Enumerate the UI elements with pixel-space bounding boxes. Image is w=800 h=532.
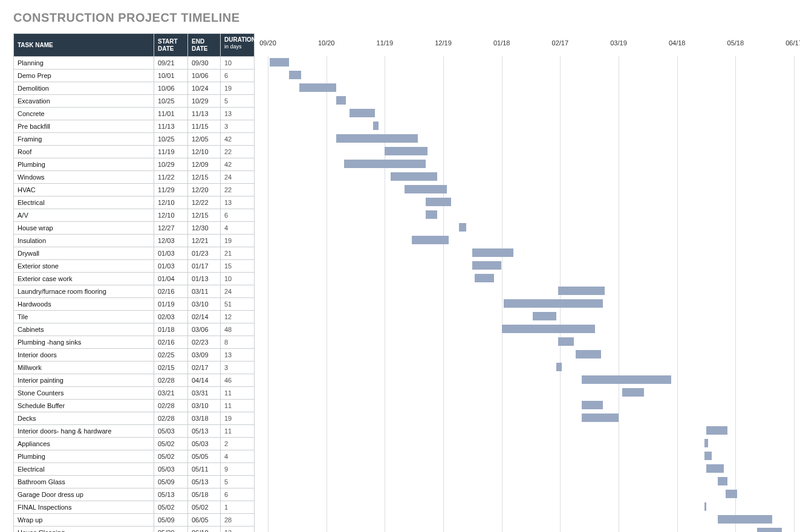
gantt-row: [268, 272, 794, 285]
task-table-head: TASK NAME START DATE END DATE DURATION i…: [14, 34, 255, 57]
gantt-bar: [426, 210, 437, 219]
cell-end-date: 12/10: [188, 146, 221, 158]
cell-end-date: 03/31: [188, 387, 221, 400]
cell-start-date: 10/25: [154, 133, 188, 146]
cell-duration: 51: [221, 298, 255, 311]
table-row: Millwork02/1502/173: [14, 362, 255, 374]
table-row: Roof11/1912/1022: [14, 146, 255, 158]
axis-tick-label: 09/20: [259, 39, 276, 47]
table-row: House Cleaning05/2906/1013: [14, 527, 255, 533]
gantt-row: [268, 107, 794, 120]
cell-task-name: Drywall: [14, 247, 154, 260]
gantt-row: [268, 69, 794, 82]
gantt-bar: [385, 147, 428, 155]
cell-end-date: 06/10: [188, 527, 221, 533]
gantt-row: [268, 120, 794, 132]
cell-task-name: Framing: [14, 133, 154, 146]
cell-duration: 6: [221, 209, 255, 222]
cell-start-date: 02/16: [154, 336, 188, 349]
gantt-row: [268, 424, 794, 437]
gantt-axis: 09/2010/2011/1912/1901/1802/1703/1904/18…: [268, 33, 794, 56]
gantt-row: [268, 501, 794, 513]
gantt-bar: [718, 477, 727, 485]
cell-start-date: 02/28: [154, 412, 188, 425]
cell-task-name: Cabinets: [14, 323, 154, 336]
gantt-bar: [706, 426, 727, 435]
gantt-bar: [412, 236, 449, 244]
cell-duration: 19: [221, 82, 255, 95]
cell-start-date: 11/29: [154, 184, 188, 196]
cell-task-name: Stone Counters: [14, 387, 154, 400]
gantt-row: [268, 196, 794, 209]
gantt-row: [268, 488, 794, 501]
gantt-row: [268, 374, 794, 386]
gantt-row: [268, 386, 794, 399]
cell-start-date: 01/19: [154, 298, 188, 311]
axis-tick-label: 11/19: [377, 39, 394, 47]
cell-start-date: 11/13: [154, 120, 188, 133]
cell-end-date: 01/17: [188, 260, 221, 273]
cell-task-name: Millwork: [14, 362, 154, 374]
gantt-bar: [344, 160, 426, 168]
cell-end-date: 05/02: [188, 501, 221, 514]
gantt-bar: [706, 464, 724, 473]
gantt-bar: [757, 528, 782, 532]
table-row: Stone Counters03/2103/3111: [14, 387, 255, 400]
gantt-bar: [350, 109, 375, 117]
cell-end-date: 12/21: [188, 235, 221, 247]
table-row: Pre backfill11/1311/153: [14, 120, 255, 133]
cell-duration: 42: [221, 133, 255, 146]
gantt-row: [268, 285, 794, 297]
cell-task-name: Roof: [14, 146, 154, 158]
cell-duration: 6: [221, 488, 255, 501]
cell-task-name: Plumbing: [14, 450, 154, 463]
cell-task-name: A/V: [14, 209, 154, 222]
cell-task-name: Electrical: [14, 196, 154, 209]
cell-duration: 3: [221, 120, 255, 133]
cell-task-name: Insulation: [14, 235, 154, 247]
cell-duration: 46: [221, 374, 255, 387]
axis-tick-label: 02/17: [552, 39, 569, 47]
table-row: Demo Prep10/0110/066: [14, 70, 255, 82]
table-row: Tile02/0302/1412: [14, 311, 255, 323]
cell-task-name: Interior doors- hang & hardware: [14, 425, 154, 438]
table-row: Schedule Buffer02/2803/1011: [14, 400, 255, 412]
gantt-row: [268, 399, 794, 412]
col-duration-sub: in days: [224, 44, 250, 50]
cell-end-date: 10/24: [188, 82, 221, 95]
cell-end-date: 09/30: [188, 57, 221, 70]
cell-duration: 1: [221, 501, 255, 514]
cell-duration: 22: [221, 146, 255, 158]
gantt-row: [268, 323, 794, 336]
cell-duration: 6: [221, 70, 255, 82]
cell-start-date: 11/19: [154, 146, 188, 158]
cell-end-date: 05/13: [188, 425, 221, 438]
gantt-row: [268, 94, 794, 107]
cell-task-name: Appliances: [14, 438, 154, 450]
cell-duration: 12: [221, 311, 255, 323]
gantt-bar: [336, 134, 418, 143]
cell-end-date: 12/15: [188, 171, 221, 184]
cell-start-date: 12/10: [154, 196, 188, 209]
cell-end-date: 05/11: [188, 463, 221, 476]
cell-task-name: Bathroom Glass: [14, 476, 154, 488]
gantt-row: [268, 513, 794, 526]
cell-duration: 28: [221, 514, 255, 527]
axis-tick-label: 05/18: [727, 39, 744, 47]
table-row: FINAL Inspections05/0205/021: [14, 501, 255, 514]
cell-end-date: 11/13: [188, 108, 221, 120]
cell-start-date: 12/27: [154, 222, 188, 235]
cell-end-date: 02/23: [188, 336, 221, 349]
cell-duration: 8: [221, 336, 255, 349]
cell-end-date: 03/10: [188, 400, 221, 412]
gantt-bar: [336, 96, 346, 105]
cell-task-name: Interior doors: [14, 349, 154, 362]
table-row: Bathroom Glass05/0905/135: [14, 476, 255, 488]
cell-duration: 24: [221, 171, 255, 184]
gantt-bar: [718, 515, 772, 524]
cell-end-date: 05/13: [188, 476, 221, 488]
cell-task-name: Planning: [14, 57, 154, 70]
cell-duration: 4: [221, 450, 255, 463]
gantt-row: [268, 183, 794, 196]
gantt-row: [268, 310, 794, 323]
